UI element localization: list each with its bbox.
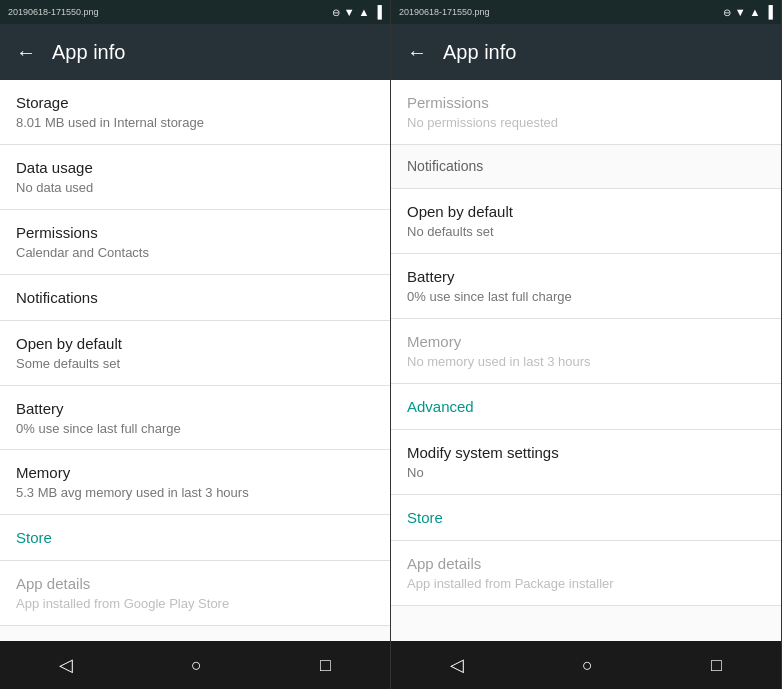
right-store-title: Store (407, 507, 765, 528)
left-home-nav-icon[interactable]: ○ (167, 647, 226, 684)
right-battery-icon: ▐ (764, 5, 773, 19)
right-store-item[interactable]: Store (391, 495, 781, 541)
left-data-usage-title: Data usage (16, 157, 374, 178)
right-memory-title: Memory (407, 331, 765, 352)
left-app-details-item: App details App installed from Google Pl… (0, 561, 390, 626)
left-storage-title: Storage (16, 92, 374, 113)
right-content: Permissions No permissions requested Not… (391, 80, 781, 641)
left-store-item[interactable]: Store (0, 515, 390, 561)
left-back-nav-icon[interactable]: ◁ (35, 646, 97, 684)
right-home-nav-icon[interactable]: ○ (558, 647, 617, 684)
right-open-default-item[interactable]: Open by default No defaults set (391, 189, 781, 254)
right-app-details-title: App details (407, 553, 765, 574)
left-battery-item[interactable]: Battery 0% use since last full charge (0, 386, 390, 451)
left-wifi-icon: ▲ (359, 6, 370, 18)
left-open-default-item[interactable]: Open by default Some defaults set (0, 321, 390, 386)
left-top-bar: ← App info (0, 24, 390, 80)
right-modify-system-subtitle: No (407, 465, 765, 482)
right-status-right: ⊖ ▼ ▲ ▐ (723, 5, 773, 19)
left-storage-item[interactable]: Storage 8.01 MB used in Internal storage (0, 80, 390, 145)
right-signal-icon: ▼ (735, 6, 746, 18)
right-notifications-title: Notifications (407, 157, 765, 177)
left-status-bar: 20190618-171550.png ⊖ ▼ ▲ ▐ (0, 0, 390, 24)
right-open-default-subtitle: No defaults set (407, 224, 765, 241)
left-notifications-item[interactable]: Notifications (0, 275, 390, 321)
right-notifications-header: Notifications (391, 145, 781, 190)
left-permissions-item[interactable]: Permissions Calendar and Contacts (0, 210, 390, 275)
right-permissions-item: Permissions No permissions requested (391, 80, 781, 145)
right-wifi-icon: ▲ (750, 6, 761, 18)
right-nav-bar: ◁ ○ □ (391, 641, 781, 689)
right-modify-system-item[interactable]: Modify system settings No (391, 430, 781, 495)
right-memory-item: Memory No memory used in last 3 hours (391, 319, 781, 384)
left-signal-icon: ▼ (344, 6, 355, 18)
left-status-right: ⊖ ▼ ▲ ▐ (332, 5, 382, 19)
right-page-title: App info (443, 41, 516, 64)
left-status-left: 20190618-171550.png (8, 7, 99, 17)
left-memory-item[interactable]: Memory 5.3 MB avg memory used in last 3 … (0, 450, 390, 515)
left-data-usage-item[interactable]: Data usage No data used (0, 145, 390, 210)
right-modify-system-title: Modify system settings (407, 442, 765, 463)
left-battery-title: Battery (16, 398, 374, 419)
right-status-bar: 20190618-171550.png ⊖ ▼ ▲ ▐ (391, 0, 781, 24)
right-back-nav-icon[interactable]: ◁ (426, 646, 488, 684)
right-battery-subtitle: 0% use since last full charge (407, 289, 765, 306)
left-memory-subtitle: 5.3 MB avg memory used in last 3 hours (16, 485, 374, 502)
right-top-bar: ← App info (391, 24, 781, 80)
left-recents-nav-icon[interactable]: □ (296, 647, 355, 684)
left-back-button[interactable]: ← (16, 41, 36, 64)
right-recents-nav-icon[interactable]: □ (687, 647, 746, 684)
right-battery-item[interactable]: Battery 0% use since last full charge (391, 254, 781, 319)
right-battery-title: Battery (407, 266, 765, 287)
left-storage-subtitle: 8.01 MB used in Internal storage (16, 115, 374, 132)
right-app-details-subtitle: App installed from Package installer (407, 576, 765, 593)
left-content: Storage 8.01 MB used in Internal storage… (0, 80, 390, 641)
left-open-default-subtitle: Some defaults set (16, 356, 374, 373)
right-status-left: 20190618-171550.png (399, 7, 490, 17)
right-block-icon: ⊖ (723, 7, 731, 18)
right-permissions-subtitle: No permissions requested (407, 115, 765, 132)
left-data-usage-subtitle: No data used (16, 180, 374, 197)
left-app-details-subtitle: App installed from Google Play Store (16, 596, 374, 613)
right-advanced-item[interactable]: Advanced (391, 384, 781, 430)
left-permissions-subtitle: Calendar and Contacts (16, 245, 374, 262)
left-page-title: App info (52, 41, 125, 64)
left-panel: 20190618-171550.png ⊖ ▼ ▲ ▐ ← App info S… (0, 0, 391, 689)
left-block-icon: ⊖ (332, 7, 340, 18)
left-permissions-title: Permissions (16, 222, 374, 243)
right-memory-subtitle: No memory used in last 3 hours (407, 354, 765, 371)
left-app-details-title: App details (16, 573, 374, 594)
left-battery-subtitle: 0% use since last full charge (16, 421, 374, 438)
right-panel: 20190618-171550.png ⊖ ▼ ▲ ▐ ← App info P… (391, 0, 782, 689)
left-battery-icon: ▐ (373, 5, 382, 19)
right-advanced-title: Advanced (407, 396, 765, 417)
left-open-default-title: Open by default (16, 333, 374, 354)
left-notifications-title: Notifications (16, 287, 374, 308)
right-filename: 20190618-171550.png (399, 7, 490, 17)
left-nav-bar: ◁ ○ □ (0, 641, 390, 689)
left-filename: 20190618-171550.png (8, 7, 99, 17)
right-permissions-title: Permissions (407, 92, 765, 113)
right-open-default-title: Open by default (407, 201, 765, 222)
right-back-button[interactable]: ← (407, 41, 427, 64)
left-store-title: Store (16, 527, 374, 548)
right-app-details-item: App details App installed from Package i… (391, 541, 781, 606)
left-memory-title: Memory (16, 462, 374, 483)
